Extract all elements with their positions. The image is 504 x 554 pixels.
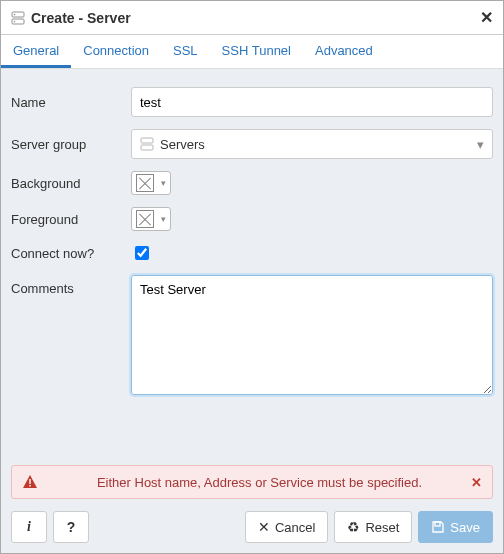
dialog-window: Create - Server ✕ General Connection SSL… <box>0 0 504 554</box>
help-icon: ? <box>67 520 76 534</box>
dialog-title: Create - Server <box>31 10 480 26</box>
svg-rect-7 <box>29 485 30 487</box>
tab-general[interactable]: General <box>1 35 71 68</box>
server-icon <box>11 11 25 25</box>
comments-textarea[interactable] <box>131 275 493 395</box>
chevron-down-icon: ▾ <box>477 137 484 152</box>
chevron-down-icon: ▾ <box>161 214 166 224</box>
no-color-icon <box>136 174 154 192</box>
server-group-value: Servers <box>160 137 205 152</box>
no-color-icon <box>136 210 154 228</box>
name-input[interactable] <box>131 87 493 117</box>
form-general: Name Server group Servers ▾ Background <box>1 69 503 459</box>
cancel-button[interactable]: ✕ Cancel <box>245 511 328 543</box>
tab-ssh-tunnel[interactable]: SSH Tunnel <box>210 35 303 68</box>
dialog-footer: i ? ✕ Cancel ♻ Reset Save <box>1 505 503 553</box>
label-foreground: Foreground <box>11 212 131 227</box>
label-server-group: Server group <box>11 137 131 152</box>
info-icon: i <box>27 520 31 534</box>
save-button[interactable]: Save <box>418 511 493 543</box>
row-connect-now: Connect now? <box>11 243 493 263</box>
svg-rect-5 <box>141 145 153 150</box>
tab-advanced[interactable]: Advanced <box>303 35 385 68</box>
label-connect-now: Connect now? <box>11 246 131 261</box>
server-group-select[interactable]: Servers ▾ <box>131 129 493 159</box>
tab-label: Advanced <box>315 43 373 58</box>
tab-label: Connection <box>83 43 149 58</box>
help-button[interactable]: ? <box>53 511 89 543</box>
reset-button[interactable]: ♻ Reset <box>334 511 412 543</box>
server-group-icon <box>140 137 154 151</box>
tab-label: General <box>13 43 59 58</box>
warning-icon <box>22 474 38 490</box>
tab-ssl[interactable]: SSL <box>161 35 210 68</box>
button-label: Save <box>450 520 480 535</box>
button-label: Cancel <box>275 520 315 535</box>
tab-bar: General Connection SSL SSH Tunnel Advanc… <box>1 35 503 69</box>
label-name: Name <box>11 95 131 110</box>
save-icon <box>431 520 445 534</box>
svg-rect-4 <box>141 138 153 143</box>
background-color-picker[interactable]: ▾ <box>131 171 171 195</box>
titlebar: Create - Server ✕ <box>1 1 503 35</box>
close-icon: ✕ <box>258 520 270 534</box>
close-icon[interactable]: ✕ <box>480 8 493 27</box>
tab-connection[interactable]: Connection <box>71 35 161 68</box>
validation-alert: Either Host name, Address or Service mus… <box>11 465 493 499</box>
row-name: Name <box>11 87 493 117</box>
button-label: Reset <box>365 520 399 535</box>
info-button[interactable]: i <box>11 511 47 543</box>
alert-message: Either Host name, Address or Service mus… <box>48 475 471 490</box>
alert-dismiss-icon[interactable]: ✕ <box>471 475 482 490</box>
row-foreground: Foreground ▾ <box>11 207 493 231</box>
recycle-icon: ♻ <box>347 520 360 534</box>
svg-point-3 <box>14 20 16 22</box>
svg-rect-6 <box>29 479 30 484</box>
tab-label: SSH Tunnel <box>222 43 291 58</box>
row-comments: Comments <box>11 275 493 398</box>
label-background: Background <box>11 176 131 191</box>
tab-label: SSL <box>173 43 198 58</box>
row-background: Background ▾ <box>11 171 493 195</box>
connect-now-checkbox[interactable] <box>135 246 149 260</box>
svg-rect-8 <box>435 522 440 526</box>
row-server-group: Server group Servers ▾ <box>11 129 493 159</box>
chevron-down-icon: ▾ <box>161 178 166 188</box>
label-comments: Comments <box>11 275 131 296</box>
svg-point-2 <box>14 13 16 15</box>
foreground-color-picker[interactable]: ▾ <box>131 207 171 231</box>
